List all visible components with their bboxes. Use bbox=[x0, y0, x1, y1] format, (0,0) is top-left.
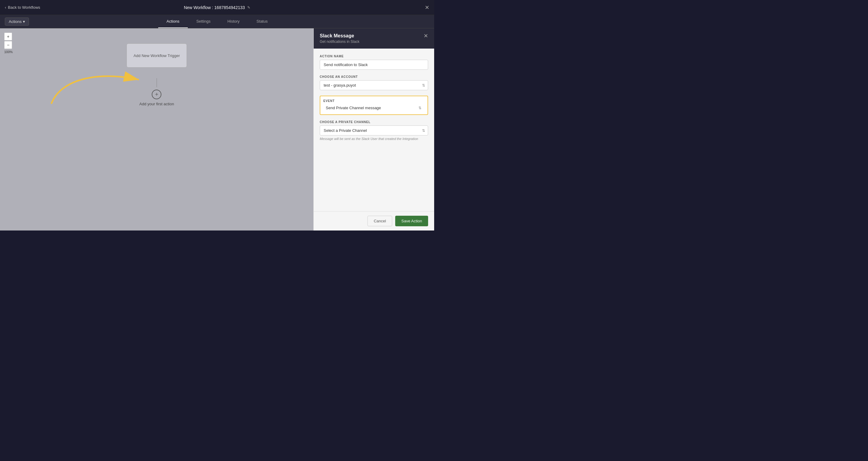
trigger-box-label: Add New Workflow Trigger bbox=[133, 54, 180, 58]
event-select[interactable]: Send Private Channel message bbox=[323, 104, 425, 111]
zoom-controls: + − 100% bbox=[4, 33, 13, 54]
edit-icon[interactable]: ✎ bbox=[247, 5, 250, 10]
choose-channel-label: CHOOSE A PRIVATE CHANNEL bbox=[320, 120, 428, 124]
action-name-label: ACTION NAME bbox=[320, 55, 428, 58]
tab-settings[interactable]: Settings bbox=[188, 15, 219, 28]
tab-status[interactable]: Status bbox=[248, 15, 276, 28]
chevron-down-icon: ▾ bbox=[23, 19, 25, 24]
panel-close-button[interactable]: ✕ bbox=[424, 33, 428, 39]
choose-channel-select[interactable]: Select a Private Channel bbox=[320, 126, 428, 135]
choose-channel-group: CHOOSE A PRIVATE CHANNEL Select a Privat… bbox=[320, 120, 428, 141]
choose-account-group: CHOOSE AN ACCOUNT test - grasya.puyot bbox=[320, 75, 428, 90]
action-name-input[interactable] bbox=[320, 60, 428, 70]
trigger-box[interactable]: Add New Workflow Trigger bbox=[126, 43, 187, 68]
zoom-level: 100% bbox=[4, 50, 13, 54]
zoom-out-button[interactable]: − bbox=[4, 41, 12, 49]
event-select-wrapper: Send Private Channel message bbox=[323, 104, 425, 111]
panel-body: ACTION NAME CHOOSE AN ACCOUNT test - gra… bbox=[314, 48, 434, 211]
choose-account-select[interactable]: test - grasya.puyot bbox=[320, 80, 428, 90]
add-action-area: + Add your first action bbox=[140, 78, 174, 106]
workflow-title: New Workflow : 1687854942133 ✎ bbox=[184, 5, 250, 10]
tab-actions[interactable]: Actions bbox=[158, 15, 188, 28]
back-to-workflows[interactable]: ‹ Back to Workflows bbox=[5, 5, 40, 10]
right-panel: Slack Message Get notifications in Slack… bbox=[313, 28, 434, 230]
back-label: Back to Workflows bbox=[8, 5, 40, 10]
panel-header-text: Slack Message Get notifications in Slack bbox=[320, 33, 359, 44]
actions-dropdown-label: Actions bbox=[9, 19, 22, 24]
action-name-group: ACTION NAME bbox=[320, 55, 428, 70]
connector-line bbox=[156, 78, 157, 87]
panel-footer: Cancel Save Action bbox=[314, 211, 434, 230]
event-label: EVENT bbox=[323, 99, 425, 103]
panel-title: Slack Message bbox=[320, 33, 359, 39]
panel-subtitle: Get notifications in Slack bbox=[320, 39, 359, 44]
back-arrow-icon: ‹ bbox=[5, 5, 6, 10]
zoom-in-button[interactable]: + bbox=[4, 33, 12, 40]
tab-history[interactable]: History bbox=[219, 15, 248, 28]
channel-helper-text: Message will be sent as the Slack User t… bbox=[320, 137, 428, 141]
event-group: EVENT Send Private Channel message bbox=[320, 96, 428, 115]
choose-account-label: CHOOSE AN ACCOUNT bbox=[320, 75, 428, 78]
workflow-name: New Workflow : 1687854942133 bbox=[184, 5, 245, 10]
add-action-label: Add your first action bbox=[140, 102, 174, 106]
add-action-button[interactable]: + bbox=[152, 90, 161, 99]
actions-dropdown[interactable]: Actions ▾ bbox=[5, 18, 29, 26]
main-content: + − 100% Add New Workflow Trigger + Add … bbox=[0, 28, 434, 230]
top-bar: ‹ Back to Workflows New Workflow : 16878… bbox=[0, 0, 434, 15]
cancel-button[interactable]: Cancel bbox=[367, 216, 392, 226]
choose-account-wrapper: test - grasya.puyot bbox=[320, 80, 428, 90]
choose-channel-wrapper: Select a Private Channel bbox=[320, 126, 428, 135]
panel-header: Slack Message Get notifications in Slack… bbox=[314, 28, 434, 48]
canvas-area: + − 100% Add New Workflow Trigger + Add … bbox=[0, 28, 313, 230]
close-button[interactable]: ✕ bbox=[425, 4, 429, 11]
save-action-button[interactable]: Save Action bbox=[395, 216, 428, 226]
tab-bar: Actions ▾ Actions Settings History Statu… bbox=[0, 15, 434, 28]
